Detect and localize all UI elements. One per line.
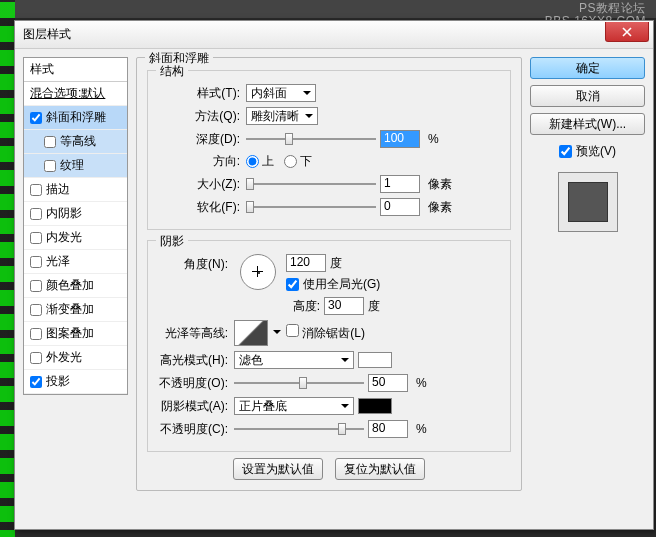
style-checkbox[interactable] — [30, 328, 42, 340]
antialias-checkbox[interactable]: 消除锯齿(L) — [286, 324, 365, 342]
action-panel: 确定 取消 新建样式(W)... 预览(V) — [530, 57, 645, 521]
style-item-10[interactable]: 外发光 — [24, 346, 127, 370]
style-dropdown[interactable]: 内斜面 — [246, 84, 316, 102]
shadow-opacity-input[interactable]: 80 — [368, 420, 408, 438]
highlight-opacity-input[interactable]: 50 — [368, 374, 408, 392]
style-label: 样式(T): — [154, 85, 242, 102]
style-item-11[interactable]: 投影 — [24, 370, 127, 394]
new-style-button[interactable]: 新建样式(W)... — [530, 113, 645, 135]
style-item-label: 内发光 — [46, 229, 82, 246]
style-checkbox[interactable] — [30, 232, 42, 244]
direction-up[interactable]: 上 — [246, 153, 274, 170]
style-item-label: 等高线 — [60, 133, 96, 150]
shadow-mode-label: 阴影模式(A): — [154, 398, 230, 415]
make-default-button[interactable]: 设置为默认值 — [233, 458, 323, 480]
shadow-mode-dropdown[interactable]: 正片叠底 — [234, 397, 354, 415]
titlebar: 图层样式 — [15, 21, 653, 49]
style-checkbox[interactable] — [44, 136, 56, 148]
depth-input[interactable]: 100 — [380, 130, 420, 148]
reset-default-button[interactable]: 复位为默认值 — [335, 458, 425, 480]
dialog-title: 图层样式 — [23, 26, 71, 43]
style-checkbox[interactable] — [30, 208, 42, 220]
contour-label: 光泽等高线: — [154, 325, 230, 342]
shadow-opacity-label: 不透明度(C): — [154, 421, 230, 438]
direction-label: 方向: — [154, 153, 242, 170]
style-item-label: 渐变叠加 — [46, 301, 94, 318]
style-item-0[interactable]: 斜面和浮雕 — [24, 106, 127, 130]
style-item-6[interactable]: 光泽 — [24, 250, 127, 274]
style-item-3[interactable]: 描边 — [24, 178, 127, 202]
settings-panel: 斜面和浮雕 结构 样式(T): 内斜面 方法(Q): 雕刻清晰 深度(D): 1… — [136, 57, 522, 521]
style-item-label: 颜色叠加 — [46, 277, 94, 294]
style-item-label: 描边 — [46, 181, 70, 198]
style-item-label: 投影 — [46, 373, 70, 390]
size-slider[interactable] — [246, 175, 376, 193]
style-item-label: 光泽 — [46, 253, 70, 270]
technique-label: 方法(Q): — [154, 108, 242, 125]
style-item-label: 纹理 — [60, 157, 84, 174]
structure-legend: 结构 — [156, 63, 188, 80]
shadow-color-swatch[interactable] — [358, 398, 392, 414]
soften-slider[interactable] — [246, 198, 376, 216]
ok-button[interactable]: 确定 — [530, 57, 645, 79]
altitude-input[interactable]: 30 — [324, 297, 364, 315]
size-input[interactable]: 1 — [380, 175, 420, 193]
depth-label: 深度(D): — [154, 131, 242, 148]
angle-dial[interactable] — [240, 254, 276, 290]
style-item-label: 外发光 — [46, 349, 82, 366]
gloss-contour-picker[interactable] — [234, 320, 268, 346]
shading-legend: 阴影 — [156, 233, 188, 250]
style-checkbox[interactable] — [30, 304, 42, 316]
highlight-opacity-label: 不透明度(O): — [154, 375, 230, 392]
style-item-4[interactable]: 内阴影 — [24, 202, 127, 226]
style-checkbox[interactable] — [30, 112, 42, 124]
cancel-button[interactable]: 取消 — [530, 85, 645, 107]
style-checkbox[interactable] — [30, 376, 42, 388]
style-checkbox[interactable] — [30, 256, 42, 268]
style-item-8[interactable]: 渐变叠加 — [24, 298, 127, 322]
style-item-label: 斜面和浮雕 — [46, 109, 106, 126]
altitude-label: 高度: — [286, 298, 320, 315]
style-checkbox[interactable] — [44, 160, 56, 172]
preview-thumbnail — [558, 172, 618, 232]
preview-checkbox[interactable]: 预览(V) — [530, 143, 645, 160]
layer-style-dialog: 图层样式 样式 混合选项:默认 斜面和浮雕等高线纹理描边内阴影内发光光泽颜色叠加… — [14, 20, 654, 530]
highlight-opacity-slider[interactable] — [234, 374, 364, 392]
style-item-7[interactable]: 颜色叠加 — [24, 274, 127, 298]
style-item-1[interactable]: 等高线 — [24, 130, 127, 154]
highlight-mode-dropdown[interactable]: 滤色 — [234, 351, 354, 369]
highlight-mode-label: 高光模式(H): — [154, 352, 230, 369]
style-checkbox[interactable] — [30, 352, 42, 364]
style-item-label: 内阴影 — [46, 205, 82, 222]
styles-header: 样式 — [24, 58, 127, 82]
style-list-panel: 样式 混合选项:默认 斜面和浮雕等高线纹理描边内阴影内发光光泽颜色叠加渐变叠加图… — [23, 57, 128, 521]
soften-label: 软化(F): — [154, 199, 242, 216]
soften-input[interactable]: 0 — [380, 198, 420, 216]
blend-options[interactable]: 混合选项:默认 — [24, 82, 127, 106]
angle-label: 角度(N): — [154, 254, 230, 273]
technique-dropdown[interactable]: 雕刻清晰 — [246, 107, 318, 125]
size-label: 大小(Z): — [154, 176, 242, 193]
global-light-checkbox[interactable]: 使用全局光(G) — [286, 276, 380, 293]
close-icon — [622, 27, 632, 37]
style-checkbox[interactable] — [30, 280, 42, 292]
style-item-5[interactable]: 内发光 — [24, 226, 127, 250]
style-item-label: 图案叠加 — [46, 325, 94, 342]
depth-slider[interactable] — [246, 130, 376, 148]
highlight-color-swatch[interactable] — [358, 352, 392, 368]
shadow-opacity-slider[interactable] — [234, 420, 364, 438]
style-item-2[interactable]: 纹理 — [24, 154, 127, 178]
style-checkbox[interactable] — [30, 184, 42, 196]
direction-down[interactable]: 下 — [284, 153, 312, 170]
style-item-9[interactable]: 图案叠加 — [24, 322, 127, 346]
close-button[interactable] — [605, 22, 649, 42]
angle-input[interactable]: 120 — [286, 254, 326, 272]
